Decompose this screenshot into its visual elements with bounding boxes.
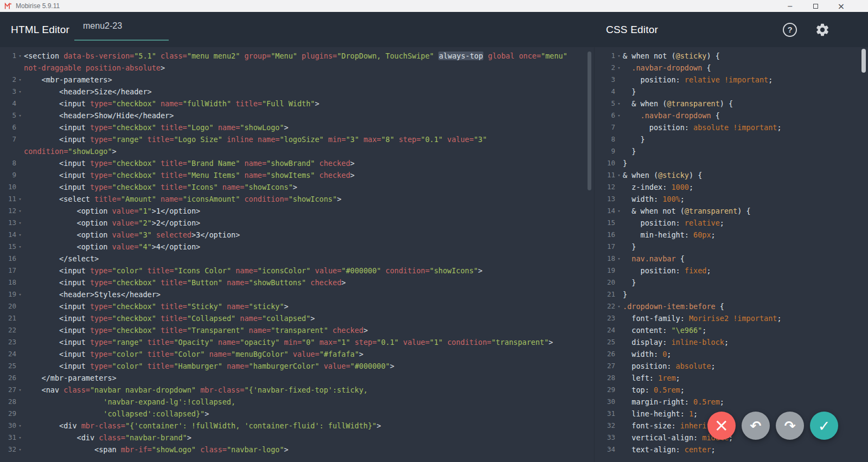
code-line[interactable]: 31▾ <div class="navbar-brand"> — [2, 432, 594, 444]
code-line[interactable]: 17 } — [601, 241, 868, 253]
fold-arrow-icon[interactable]: ▾ — [615, 98, 623, 110]
fold-arrow-icon[interactable]: ▾ — [615, 300, 623, 312]
fold-arrow-icon[interactable]: ▾ — [615, 205, 623, 217]
code-line[interactable]: 3 position: relative !important; — [601, 74, 868, 86]
code-line[interactable]: 13 width: 100%; — [601, 193, 868, 205]
code-line[interactable]: 1▾& when not (@sticky) { — [601, 50, 868, 62]
code-line[interactable]: not-draggable position-absolute> — [2, 62, 594, 74]
editor-tab[interactable]: menu2-23 — [74, 12, 169, 41]
code-line[interactable]: 16 min-height: 60px; — [601, 229, 868, 241]
html-editor-panel[interactable]: 1▾<section data-bs-version="5.1" class="… — [0, 47, 595, 462]
fold-arrow-icon[interactable]: ▾ — [615, 62, 623, 74]
code-line[interactable]: 29 top: 0.5rem; — [601, 384, 868, 396]
redo-button[interactable]: ↷ — [776, 412, 804, 440]
code-line[interactable]: 6 <input type="checkbox" title="Logo" na… — [2, 121, 594, 133]
code-line[interactable]: 26 </mbr-parameters> — [2, 372, 594, 384]
fold-arrow-icon[interactable]: ▾ — [16, 205, 24, 217]
fold-arrow-icon[interactable]: ▾ — [16, 229, 24, 241]
minimize-button[interactable]: − — [777, 0, 803, 12]
code-line[interactable]: 3▾ <header>Size</header> — [2, 86, 594, 98]
code-line[interactable]: 5▾ <header>Show/Hide</header> — [2, 110, 594, 121]
code-line[interactable]: 23 font-family: Moririse2 !important; — [601, 312, 868, 324]
code-line[interactable]: 10 <input type="checkbox" title="Icons" … — [2, 181, 594, 193]
code-line[interactable]: 27 position: absolute; — [601, 360, 868, 372]
code-line[interactable]: 26 width: 0; — [601, 348, 868, 360]
code-line[interactable]: 9 <input type="checkbox" title="Menu Ite… — [2, 169, 594, 181]
code-line[interactable]: 32▾ <span mbr-if="showLogo" class="navba… — [2, 444, 594, 455]
code-line[interactable]: 8 <input type="checkbox" title="Brand Na… — [2, 157, 594, 169]
css-editor-scrollbar-thumb[interactable] — [861, 49, 866, 73]
code-line[interactable]: 15▾ <option value="4">4</option> — [2, 241, 594, 253]
fold-arrow-icon[interactable]: ▾ — [16, 50, 24, 62]
cancel-button[interactable]: × — [707, 412, 736, 440]
fold-arrow-icon[interactable]: ▾ — [16, 384, 24, 396]
close-window-button[interactable]: × — [828, 0, 854, 12]
fold-arrow-icon[interactable]: ▾ — [16, 217, 24, 229]
code-line[interactable]: 2▾ .navbar-dropdown { — [601, 62, 868, 74]
fold-arrow-icon[interactable]: ▾ — [16, 241, 24, 253]
code-line[interactable]: 11▾ <select title="Amount" name="iconsAm… — [2, 193, 594, 205]
code-line[interactable]: 1▾<section data-bs-version="5.1" class="… — [2, 50, 594, 62]
undo-button[interactable]: ↶ — [742, 412, 770, 440]
code-line[interactable]: 27▾ <nav class="navbar navbar-dropdown" … — [2, 384, 594, 396]
code-line[interactable]: 30 margin-right: 0.5rem; — [601, 396, 868, 408]
code-line[interactable]: 4 <input type="checkbox" name="fullWidth… — [2, 98, 594, 110]
help-button[interactable]: ? — [783, 23, 797, 37]
code-line[interactable]: 28 left: 1rem; — [601, 372, 868, 384]
fold-arrow-icon[interactable]: ▾ — [16, 420, 24, 432]
fold-arrow-icon[interactable]: ▾ — [16, 110, 24, 121]
fold-arrow-icon[interactable]: ▾ — [16, 432, 24, 444]
code-line[interactable]: 21 <input type="checkbox" title="Collaps… — [2, 312, 594, 324]
code-line[interactable]: 8 } — [601, 133, 868, 145]
code-line[interactable]: 12▾ <option value="1">1</option> — [2, 205, 594, 217]
code-line[interactable]: 34 text-align: center; — [601, 444, 868, 455]
code-line[interactable]: 13▾ <option value="2">2</option> — [2, 217, 594, 229]
code-line[interactable]: 11▾& when (@sticky) { — [601, 169, 868, 181]
fold-arrow-icon[interactable]: ▾ — [16, 74, 24, 86]
code-line[interactable]: 25 display: inline-block; — [601, 336, 868, 348]
code-line[interactable]: 30▾ <div mbr-class="{'container': !fullW… — [2, 420, 594, 432]
fold-arrow-icon[interactable]: ▾ — [16, 193, 24, 205]
code-line[interactable]: 14▾ & when not (@transparent) { — [601, 205, 868, 217]
code-line[interactable]: 19 position: fixed; — [601, 265, 868, 277]
code-line[interactable]: 9 } — [601, 145, 868, 157]
code-line[interactable]: 24 <input type="color" title="Color" nam… — [2, 348, 594, 360]
code-line[interactable]: 28 'navbar-expand-lg':!collapsed, — [2, 396, 594, 408]
code-line[interactable]: 12 z-index: 1000; — [601, 181, 868, 193]
fold-arrow-icon[interactable]: ▾ — [615, 110, 623, 121]
fold-arrow-icon[interactable]: ▾ — [615, 50, 623, 62]
code-line[interactable]: 19▾ <header>Styles</header> — [2, 288, 594, 300]
code-line[interactable]: 17 <input type="color" title="Icons Colo… — [2, 265, 594, 277]
code-line[interactable]: 4 } — [601, 86, 868, 98]
code-line[interactable]: 23 <input type="range" title="Opacity" n… — [2, 336, 594, 348]
code-line[interactable]: 22 <input type="checkbox" title="Transpa… — [2, 324, 594, 336]
code-line[interactable]: 6▾ .navbar-dropdown { — [601, 110, 868, 121]
fold-arrow-icon[interactable]: ▾ — [615, 169, 623, 181]
confirm-button[interactable]: ✓ — [810, 412, 838, 440]
code-line[interactable]: 29 'collapsed':collapsed}"> — [2, 408, 594, 420]
code-line[interactable]: 22▾.dropdown-item:before { — [601, 300, 868, 312]
fold-arrow-icon[interactable]: ▾ — [615, 253, 623, 265]
fold-arrow-icon[interactable]: ▾ — [16, 288, 24, 300]
code-line[interactable]: condition="showLogo"> — [2, 145, 594, 157]
code-line[interactable]: 20 <input type="checkbox" title="Sticky"… — [2, 300, 594, 312]
code-line[interactable]: 2▾ <mbr-parameters> — [2, 74, 594, 86]
html-editor-scrollbar-thumb[interactable] — [588, 52, 591, 190]
code-line[interactable]: 7 <input type="range" title="Logo Size" … — [2, 133, 594, 145]
code-line[interactable]: 10} — [601, 157, 868, 169]
code-line[interactable]: 21} — [601, 288, 868, 300]
code-line[interactable]: 18 <input type="checkbox" title="Button"… — [2, 277, 594, 288]
code-line[interactable]: 5▾ & when (@transparent) { — [601, 98, 868, 110]
code-line[interactable]: 20 } — [601, 277, 868, 288]
code-line[interactable]: 15 position: relative; — [601, 217, 868, 229]
code-line[interactable]: 25 <input type="color" title="Hamburger"… — [2, 360, 594, 372]
settings-button[interactable] — [814, 21, 831, 39]
code-line[interactable]: 18▾ nav.navbar { — [601, 253, 868, 265]
code-line[interactable]: 7 position: absolute !important; — [601, 121, 868, 133]
code-line[interactable]: 14▾ <option value="3" selected>3</option… — [2, 229, 594, 241]
css-editor-panel[interactable]: 1▾& when not (@sticky) {2▾ .navbar-dropd… — [595, 47, 868, 462]
fold-arrow-icon[interactable]: ▾ — [16, 86, 24, 98]
maximize-button[interactable] — [803, 0, 828, 12]
code-line[interactable]: 16 </select> — [2, 253, 594, 265]
code-line[interactable]: 24 content: "\e966"; — [601, 324, 868, 336]
